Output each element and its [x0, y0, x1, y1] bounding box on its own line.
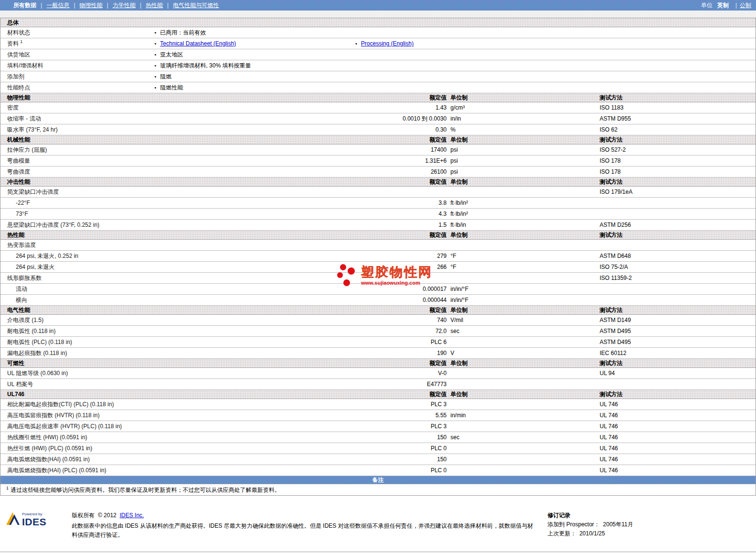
property-test-method: UL 94 [600, 370, 756, 377]
column-header-unit: 单位制 [450, 306, 600, 314]
property-row: 弯曲强度26100psiISO 178 [0, 166, 756, 178]
property-label: 拉伸应力 (屈服) [0, 146, 379, 154]
property-test-method: ASTM D495 [600, 328, 756, 334]
property-label: 弯曲模量 [0, 157, 379, 165]
property-row: 热线圈引燃性 (HWI) (0.0591 in)150secUL 746 [0, 432, 756, 443]
property-label: 收缩率 - 流动 [0, 115, 379, 123]
property-unit: V/mil [450, 317, 600, 323]
property-unit: % [450, 126, 600, 133]
property-unit: psi [450, 146, 600, 153]
property-row: UL 阻燃等级 (0.0630 in)V-0UL 94 [0, 368, 756, 379]
general-row-label: 填料/增强材料 [0, 62, 149, 70]
general-label-text: 资料 [7, 40, 19, 47]
section-header-general: 总体 [0, 18, 756, 27]
property-value: 5.55 [379, 412, 450, 419]
footnote-ref: 1 [20, 39, 22, 44]
nav-item-5[interactable]: 电气性能与可燃性 [173, 2, 219, 9]
property-row: 耐电弧性 (0.118 in)72.0secASTM D495 [0, 326, 756, 337]
general-label-text: 填料/增强材料 [7, 62, 43, 69]
nav-item-4[interactable]: 热性能 [146, 2, 163, 9]
ides-brand-label: IDES [22, 517, 46, 527]
general-rows: 材料状态•已商用：当前有效资料 1•Technical Datasheet (E… [0, 27, 756, 93]
added-value: 2005年11月 [603, 521, 633, 528]
general-row-label: 性能特点 [0, 84, 149, 92]
general-row: 性能特点•阻燃性能 [0, 82, 756, 93]
property-label: 高压电弧留痕指数 (HVTR) (0.118 in) [0, 411, 379, 420]
general-row-item: •Technical Datasheet (English) [149, 40, 350, 47]
property-label: 耐电弧性 (PLC) (0.118 in) [0, 338, 379, 346]
property-test-method: ISO 62 [600, 126, 756, 133]
property-value: 190 [379, 350, 450, 356]
bullet-icon: • [154, 74, 156, 79]
property-label: 264 psi, 未退火, 0.252 in [0, 252, 379, 260]
column-header-unit: 单位制 [450, 390, 600, 399]
ides-inc-link[interactable]: IDES Inc. [120, 512, 144, 519]
datasheet-link[interactable]: Technical Datasheet (English) [160, 40, 236, 47]
property-unit: ft·lb/in² [450, 200, 600, 206]
section-title: 电气性能 [0, 306, 379, 314]
section-header-5: 可燃性额定值单位制测试方法 [0, 359, 756, 368]
general-row-label: 供货地区 [0, 51, 149, 59]
property-test-method: UL 746 [600, 467, 756, 474]
property-value: V-0 [379, 370, 450, 377]
nav-item-1[interactable]: 一般信息 [46, 2, 69, 9]
top-navbar: 所有数据|一般信息|物理性能|力学性能|热性能|电气性能与可燃性 单位 英制 |… [0, 0, 756, 11]
property-row: 73°F4.3ft·lb/in² [0, 209, 756, 220]
property-label: 密度 [0, 104, 379, 112]
property-value: 26100 [379, 168, 450, 175]
footnote-text: 通过这些链接您能够访问供应商资料。我们尽量保证及时更新资料；不过您可以从供应商处… [11, 487, 280, 493]
property-test-method: ISO 179/1eA [600, 189, 756, 195]
nav-separator: | [107, 2, 108, 9]
property-sections: 物理性能额定值单位制测试方法密度1.43g/cm³ISO 1183收缩率 - 流… [0, 93, 756, 476]
property-test-method: ISO 178 [600, 157, 756, 164]
ides-logo: Powered by IDES [6, 511, 72, 527]
property-test-method: UL 746 [600, 445, 756, 452]
footer-disclaimer-block: 版权所有 © 2012 IDES Inc. 此数据表中的信息由 IDES 从该材… [72, 511, 538, 540]
property-row: 264 psi, 未退火, 0.252 in279°FASTM D648 [0, 251, 756, 262]
property-value: 72.0 [379, 328, 450, 334]
property-label: 73°F [0, 211, 379, 217]
section-header-0: 物理性能额定值单位制测试方法 [0, 93, 756, 102]
column-header-method: 测试方法 [600, 306, 756, 314]
property-row: 高电弧燃烧指数(HAI) (PLC) (0.0591 in)PLC 0UL 74… [0, 465, 756, 476]
section-title: UL746 [0, 391, 379, 398]
copyright-year: © 2012 [98, 512, 117, 519]
general-row-item: •玻璃纤维增强材料, 30% 填料按重量 [149, 62, 350, 70]
section-title: 热性能 [0, 231, 379, 239]
datasheet-link[interactable]: Processing (English) [361, 40, 414, 47]
property-value: 17400 [379, 146, 450, 153]
column-header-unit: 单位制 [450, 231, 600, 239]
column-header-method: 测试方法 [600, 136, 756, 144]
property-row: 热丝引燃 (HWI) (PLC) (0.0591 in)PLC 0UL 746 [0, 443, 756, 454]
property-test-method: ASTM D955 [600, 115, 756, 122]
property-test-method: ASTM D495 [600, 339, 756, 345]
property-value: 0.000017 [379, 286, 450, 292]
property-unit: in/in/°F [450, 297, 600, 303]
property-label: 热变形温度 [0, 241, 379, 249]
general-row-label: 材料状态 [0, 29, 149, 37]
column-header-method: 测试方法 [600, 390, 756, 399]
unit-metric-link[interactable]: 公制 [740, 1, 751, 10]
property-row: 弯曲模量1.31E+6psiISO 178 [0, 155, 756, 166]
general-label-text: 供货地区 [7, 51, 30, 58]
nav-item-0[interactable]: 所有数据 [13, 2, 36, 9]
nav-item-2[interactable]: 物理性能 [79, 2, 102, 9]
nav-item-3[interactable]: 力学性能 [112, 2, 135, 9]
property-unit: V [450, 350, 600, 356]
property-value: PLC 3 [379, 423, 450, 430]
property-test-method: UL 746 [600, 456, 756, 463]
property-row: 拉伸应力 (屈服)17400psiISO 527-2 [0, 144, 756, 155]
property-row: 耐电弧性 (PLC) (0.118 in)PLC 6ASTM D495 [0, 337, 756, 348]
column-header-value: 额定值 [379, 231, 450, 239]
footnote-row: 1通过这些链接您能够访问供应商资料。我们尽量保证及时更新资料；不过您可以从供应商… [0, 484, 756, 496]
property-label: 高电压电弧起痕速率 (HVTR) (PLC) (0.118 in) [0, 422, 379, 431]
property-label: UL 阻燃等级 (0.0630 in) [0, 369, 379, 377]
general-item-text: 阻燃 [160, 73, 172, 81]
nav-separator: | [41, 2, 42, 9]
general-item-text: 阻燃性能 [160, 84, 183, 92]
property-test-method: ISO 178 [600, 168, 756, 175]
column-header-value: 额定值 [379, 306, 450, 314]
nav-separator: | [140, 2, 141, 9]
section-header-1: 机械性能额定值单位制测试方法 [0, 135, 756, 144]
property-row: 漏电起痕指数 (0.118 in)190VIEC 60112 [0, 348, 756, 359]
